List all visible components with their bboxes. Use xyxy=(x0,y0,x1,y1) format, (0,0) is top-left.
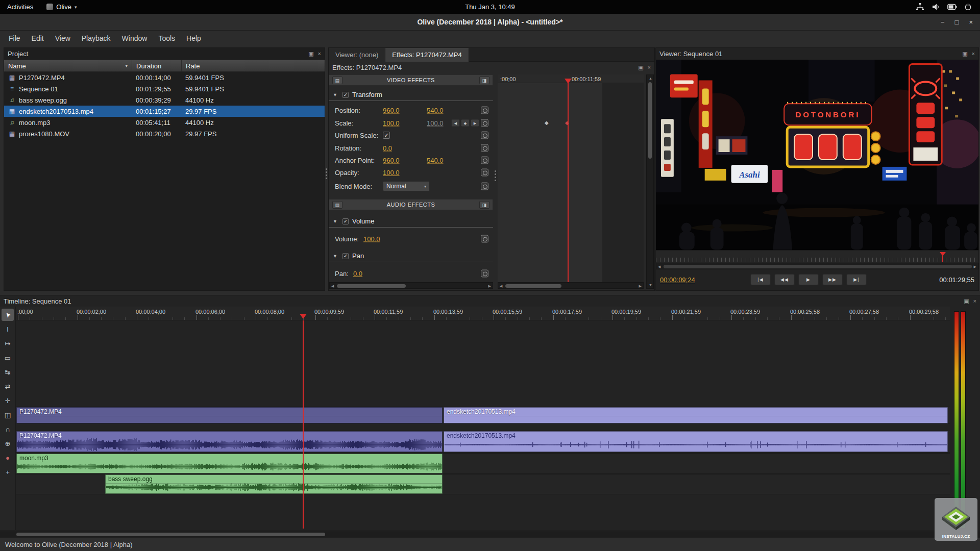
opacity-value[interactable]: 100.0 xyxy=(383,169,400,177)
record-button[interactable]: ● xyxy=(2,452,14,464)
project-row[interactable]: ♫bass sweep.ogg 00:00:39;29 44100 Hz xyxy=(4,94,325,106)
zoom-tool-button[interactable]: ⊕ xyxy=(2,437,14,449)
position-x-value[interactable]: 960.0 xyxy=(383,107,400,114)
blend-keyframe-button[interactable] xyxy=(481,183,488,190)
pane-splitter[interactable] xyxy=(326,168,327,179)
volume-icon[interactable] xyxy=(932,3,940,11)
timeline-playhead-marker[interactable] xyxy=(300,314,307,319)
pan-section-header[interactable]: ▼ ✓ Pan xyxy=(329,250,493,262)
viewer-playhead-marker[interactable] xyxy=(940,252,946,256)
scale-y-value[interactable]: 100.0 xyxy=(427,119,444,127)
project-row[interactable]: ≡Sequence 01 00:01:29;55 59.9401 FPS xyxy=(4,83,325,94)
scrollbar-handle[interactable] xyxy=(337,284,406,288)
razor-tool-button[interactable]: ▭ xyxy=(2,352,14,364)
menu-file[interactable]: File xyxy=(3,32,26,44)
prev-keyframe-icon[interactable]: ◀ xyxy=(451,119,460,127)
viewer-h-scrollbar[interactable]: ◀ ▶ xyxy=(656,263,978,269)
add-effect-menu-icon[interactable]: ▤ xyxy=(332,201,342,209)
add-effect-menu-icon[interactable]: ▤ xyxy=(332,77,342,84)
pan-keyframe-button[interactable] xyxy=(481,270,488,278)
effects-h-scrollbar[interactable]: ◀ ▶ xyxy=(329,282,493,289)
maximize-button[interactable]: □ xyxy=(955,18,959,26)
add-button[interactable]: + xyxy=(2,466,14,478)
opacity-keyframe-button[interactable] xyxy=(481,169,488,177)
menu-window[interactable]: Window xyxy=(116,32,153,44)
keyframe-diamond[interactable]: ◆ xyxy=(545,120,549,126)
scrollbar-handle[interactable] xyxy=(664,265,972,268)
column-header-rate[interactable]: Rate xyxy=(181,60,325,71)
keyframe-diamond-selected[interactable]: ◆ xyxy=(565,120,569,126)
position-keyframe-button[interactable] xyxy=(481,107,488,114)
menu-view[interactable]: View xyxy=(50,32,76,44)
clock[interactable]: Thu Jan 3, 10:49 xyxy=(465,3,515,11)
play-button[interactable]: ▶ xyxy=(798,274,819,285)
volume-value[interactable]: 100.0 xyxy=(363,235,380,243)
keyframe-playhead-marker[interactable] xyxy=(565,79,572,84)
position-y-value[interactable]: 540.0 xyxy=(427,107,444,114)
timeline-clip-audio[interactable]: endsketch20170513.mp4 xyxy=(444,431,948,452)
pan-enabled-checkbox[interactable]: ✓ xyxy=(342,253,349,259)
effects-toggle-icon[interactable]: ◨ xyxy=(479,77,489,84)
scroll-up-icon[interactable]: ▲ xyxy=(649,77,652,80)
next-keyframe-icon[interactable]: ▶ xyxy=(471,119,479,127)
ripple-tool-button[interactable]: ↦ xyxy=(2,337,14,349)
timeline-playhead-line[interactable] xyxy=(303,320,304,529)
volume-keyframe-button[interactable] xyxy=(481,235,488,243)
close-button[interactable]: × xyxy=(969,18,973,26)
menu-tools[interactable]: Tools xyxy=(153,32,181,44)
tab-viewer-none[interactable]: Viewer: (none) xyxy=(329,48,385,62)
column-header-name[interactable]: Name ▾ xyxy=(4,60,132,71)
project-row-selected[interactable]: ▦endsketch20170513.mp4 00:01:15;27 29.97… xyxy=(4,106,325,117)
next-frame-button[interactable]: ▶▶ xyxy=(822,274,843,285)
anchor-x-value[interactable]: 960.0 xyxy=(383,157,400,164)
scrollbar-handle[interactable] xyxy=(16,533,325,536)
panel-close-icon[interactable]: × xyxy=(973,298,976,304)
panel-maximize-icon[interactable]: ▣ xyxy=(962,51,967,57)
panel-close-icon[interactable]: × xyxy=(972,51,975,57)
slide-tool-button[interactable]: ⇄ xyxy=(2,380,14,392)
pointer-tool-button[interactable]: ➤ xyxy=(2,309,14,321)
scrollbar-handle[interactable] xyxy=(648,82,652,159)
viewer-ruler[interactable] xyxy=(656,250,978,262)
timeline-clip-audio[interactable]: bass sweep.ogg xyxy=(105,474,443,494)
transition-tool-button[interactable]: ◫ xyxy=(2,409,14,421)
collapse-icon[interactable]: ▼ xyxy=(333,219,337,224)
pan-value[interactable]: 0.0 xyxy=(353,270,362,278)
project-row[interactable]: ▦P1270472.MP4 00:00:14;00 59.9401 FPS xyxy=(4,72,325,83)
anchor-keyframe-button[interactable] xyxy=(481,157,488,164)
volume-enabled-checkbox[interactable]: ✓ xyxy=(342,218,349,224)
scroll-left-icon[interactable]: ◀ xyxy=(331,284,334,288)
volume-section-header[interactable]: ▼ ✓ Volume xyxy=(329,215,493,228)
effects-toggle-icon[interactable]: ◨ xyxy=(479,201,489,209)
tab-effects[interactable]: Effects: P1270472.MP4 xyxy=(385,48,469,62)
rotation-value[interactable]: 0.0 xyxy=(383,144,392,152)
minimize-button[interactable]: − xyxy=(941,18,945,26)
snapping-toggle-button[interactable]: ∩ xyxy=(2,423,14,435)
timeline-h-scrollbar[interactable] xyxy=(0,531,980,537)
go-to-end-button[interactable]: ▶| xyxy=(846,274,867,285)
menu-edit[interactable]: Edit xyxy=(26,32,50,44)
collapse-icon[interactable]: ▼ xyxy=(333,254,337,259)
slip-tool-button[interactable]: ↹ xyxy=(2,366,14,378)
effects-v-scrollbar[interactable]: ▲ ▼ xyxy=(646,74,654,289)
blend-mode-dropdown[interactable]: Normal ▾ xyxy=(383,181,430,191)
panel-maximize-icon[interactable]: ▣ xyxy=(638,65,643,70)
transform-enabled-checkbox[interactable]: ✓ xyxy=(342,92,349,98)
toggle-keyframe-icon[interactable]: ◆ xyxy=(461,119,470,127)
keyframe-h-scrollbar[interactable]: ◀ ▶ xyxy=(498,282,644,289)
column-header-duration[interactable]: Duration xyxy=(132,60,181,71)
project-row[interactable]: ▦prores1080.MOV 00:00:20;00 29.97 FPS xyxy=(4,128,325,139)
power-icon[interactable] xyxy=(964,3,972,11)
menu-help[interactable]: Help xyxy=(181,32,207,44)
scrollbar-handle[interactable] xyxy=(505,284,561,288)
menu-playback[interactable]: Playback xyxy=(76,32,116,44)
project-row[interactable]: ♫moon.mp3 00:05:41;11 44100 Hz xyxy=(4,117,325,128)
go-to-start-button[interactable]: |◀ xyxy=(750,274,771,285)
scroll-right-icon[interactable]: ▶ xyxy=(974,265,976,268)
rotation-keyframe-button[interactable] xyxy=(481,144,488,152)
scroll-down-icon[interactable]: ▼ xyxy=(649,283,652,287)
viewer-current-timecode[interactable]: 00:00:09;24 xyxy=(660,276,695,284)
timeline-clip-audio[interactable]: P1270472.MP4 xyxy=(16,431,443,452)
scroll-left-icon[interactable]: ◀ xyxy=(500,284,502,288)
timeline-clip-audio[interactable]: moon.mp3 xyxy=(16,454,443,473)
